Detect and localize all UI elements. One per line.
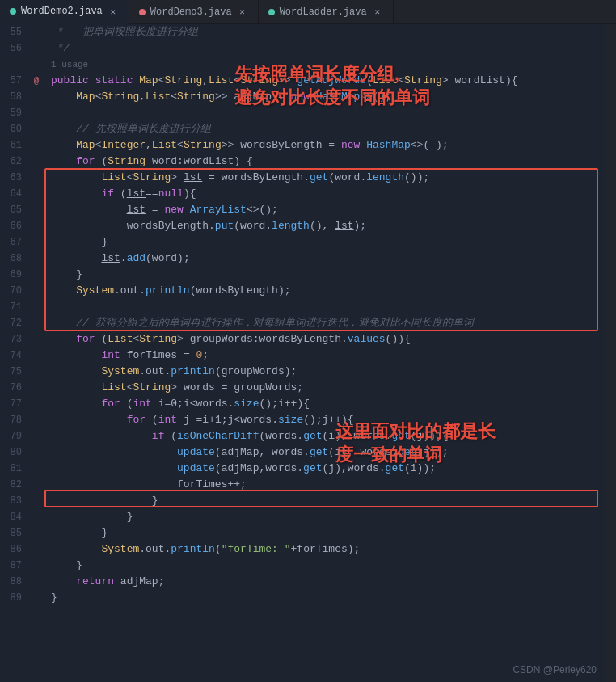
- line-number: 55: [0, 24, 28, 40]
- gutter-icon: [28, 89, 44, 105]
- line-code: Map<Integer,List<String>> wordsByLength …: [44, 137, 606, 154]
- gutter-icon: [28, 57, 44, 73]
- tab-label: WordLadder.java: [280, 6, 367, 18]
- line-number: 63: [0, 170, 28, 186]
- line-number: 57: [0, 73, 28, 89]
- line-code: }: [44, 525, 606, 541]
- line-number: 88: [0, 574, 28, 590]
- line-code: for (String word:wordList) {: [44, 154, 606, 170]
- gutter-icon: [28, 267, 44, 283]
- line-number: 69: [0, 267, 28, 283]
- code-line-75: 75 System.out.println(groupWords);: [0, 364, 606, 380]
- code-line-81: 81 update(adjMap,words.get(j),words.get(…: [0, 461, 606, 477]
- usage-badge-row: 1 usage: [0, 57, 606, 73]
- code-line-56: 56 */: [0, 40, 606, 57]
- gutter-icon: [28, 121, 44, 137]
- line-number: 64: [0, 186, 28, 202]
- gutter-icon: [28, 444, 44, 461]
- scrollbar[interactable]: [606, 24, 616, 682]
- line-code: if (lst==null){: [44, 186, 606, 202]
- tab-dot: [10, 8, 16, 15]
- line-code: }: [44, 558, 606, 574]
- code-line-88: 88 return adjMap;: [0, 574, 606, 590]
- code-line-79: 79 if (isOneCharDiff(words.get(i), words…: [0, 428, 606, 444]
- line-code: lst.add(word);: [44, 250, 606, 267]
- line-number: 75: [0, 364, 28, 380]
- gutter-icon: @: [28, 73, 44, 89]
- gutter-icon: [28, 24, 44, 40]
- line-number: 83: [0, 493, 28, 509]
- code-line-82: 82 forTimes++;: [0, 477, 606, 493]
- line-number: 68: [0, 250, 28, 267]
- line-code: List<String> lst = wordsByLength.get(wor…: [44, 170, 606, 186]
- code-line-65: 65 lst = new ArrayList<>();: [0, 202, 606, 218]
- line-code: public static Map<String,List<String>> g…: [44, 73, 606, 89]
- gutter-icon: [28, 525, 44, 541]
- gutter-icon: [28, 412, 44, 428]
- tab-wordladder[interactable]: WordLadder.java ✕: [259, 0, 394, 24]
- line-number: 77: [0, 396, 28, 412]
- line-code: [44, 299, 606, 315]
- line-number: 78: [0, 412, 28, 428]
- line-code: }: [44, 267, 606, 283]
- tab-close[interactable]: ✕: [372, 6, 383, 18]
- line-code: System.out.println(groupWords);: [44, 364, 606, 380]
- tab-close[interactable]: ✕: [108, 6, 119, 17]
- line-number: 70: [0, 283, 28, 299]
- gutter-icon: [28, 154, 44, 170]
- line-number: 71: [0, 299, 28, 315]
- code-line-72: 72 // 获得分组之后的单词再进行操作，对每组单词进行迭代，避免对比不同长度的…: [0, 315, 606, 331]
- gutter-icon: [28, 396, 44, 412]
- tab-worddemo3[interactable]: WordDemo3.java ✕: [129, 0, 259, 24]
- gutter-icon: [28, 428, 44, 444]
- code-line-83: 83 }: [0, 493, 606, 509]
- line-number: [0, 57, 28, 73]
- code-line-77: 77 for (int i=0;i<words.size();i++){: [0, 396, 606, 412]
- line-code: * 把单词按照长度进行分组: [44, 24, 606, 40]
- gutter-icon: [28, 461, 44, 477]
- line-number: 73: [0, 331, 28, 347]
- gutter-icon: [28, 477, 44, 493]
- line-number: 81: [0, 461, 28, 477]
- code-line-60: 60 // 先按照单词长度进行分组: [0, 121, 606, 137]
- line-code: */: [44, 40, 606, 57]
- tab-label: WordDemo3.java: [150, 6, 232, 18]
- watermark: CSDN @Perley620: [513, 664, 597, 676]
- line-code: for (int i=0;i<words.size();i++){: [44, 396, 606, 412]
- gutter-icon: [28, 202, 44, 218]
- line-code: update(adjMap, words.get(i), words.get(j…: [44, 444, 606, 461]
- code-line-64: 64 if (lst==null){: [0, 186, 606, 202]
- code-editor[interactable]: 55 * 把单词按照长度进行分组 56 */ 1 usage 57 @ pu: [0, 24, 606, 682]
- tab-close[interactable]: ✕: [237, 6, 248, 18]
- usage-badge: 1 usage: [44, 57, 606, 73]
- line-number: 82: [0, 477, 28, 493]
- code-line-89: 89 }: [0, 590, 606, 606]
- gutter-icon: [28, 186, 44, 202]
- gutter-icon: [28, 218, 44, 234]
- line-number: 89: [0, 590, 28, 606]
- gutter-icon: [28, 574, 44, 590]
- tab-worddemo2[interactable]: WordDemo2.java ✕: [0, 0, 129, 24]
- code-line-68: 68 lst.add(word);: [0, 250, 606, 267]
- code-line-76: 76 List<String> words = groupWords;: [0, 380, 606, 396]
- code-line-59: 59: [0, 105, 606, 121]
- line-code: [44, 105, 606, 121]
- code-line-70: 70 System.out.println(wordsByLength);: [0, 283, 606, 299]
- code-line-63: 63 List<String> lst = wordsByLength.get(…: [0, 170, 606, 186]
- tab-bar: WordDemo2.java ✕ WordDemo3.java ✕ WordLa…: [0, 0, 616, 24]
- line-number: 76: [0, 380, 28, 396]
- line-number: 84: [0, 509, 28, 525]
- gutter-icon: [28, 250, 44, 267]
- line-number: 79: [0, 428, 28, 444]
- line-number: 56: [0, 40, 28, 57]
- gutter-icon: [28, 541, 44, 558]
- code-line-55: 55 * 把单词按照长度进行分组: [0, 24, 606, 40]
- line-number: 86: [0, 541, 28, 558]
- line-code: return adjMap;: [44, 574, 606, 590]
- line-number: 61: [0, 137, 28, 154]
- line-number: 80: [0, 444, 28, 461]
- tab-label: WordDemo2.java: [21, 6, 103, 17]
- line-code: update(adjMap,words.get(j),words.get(i))…: [44, 461, 606, 477]
- line-code: lst = new ArrayList<>();: [44, 202, 606, 218]
- code-line-87: 87 }: [0, 558, 606, 574]
